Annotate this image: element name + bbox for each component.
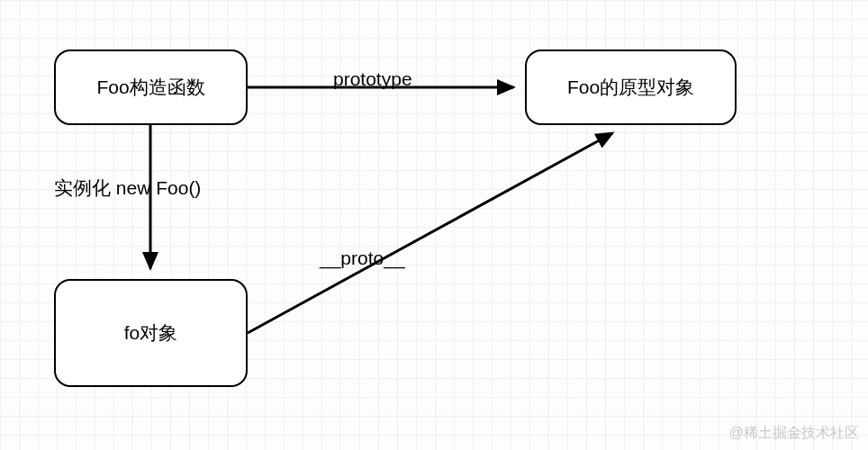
- edge-label-instantiate: 实例化 new Foo(): [54, 176, 201, 201]
- edge-label-proto: __proto__: [320, 248, 405, 269]
- node-fo-object: fo对象: [54, 279, 248, 387]
- node-foo-prototype: Foo的原型对象: [525, 50, 737, 125]
- edge-proto: [248, 133, 612, 333]
- node-label: fo对象: [124, 320, 178, 346]
- node-label: Foo的原型对象: [567, 75, 694, 100]
- node-label: Foo构造函数: [96, 75, 204, 100]
- watermark-text: @稀土掘金技术社区: [729, 424, 859, 443]
- edge-label-prototype: prototype: [333, 68, 412, 90]
- node-foo-constructor: Foo构造函数: [54, 50, 248, 125]
